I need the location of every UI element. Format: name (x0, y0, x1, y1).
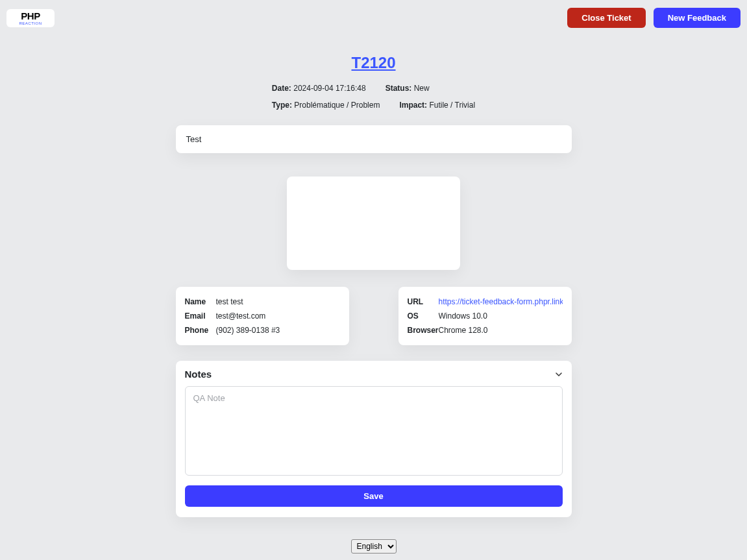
chevron-down-icon[interactable] (555, 371, 563, 378)
logo-subtext: REACTION (19, 21, 42, 25)
contact-phone: Phone (902) 389-0138 #3 (185, 323, 340, 337)
contact-card: Name test test Email test@test.com Phone… (176, 287, 349, 345)
tech-url: URL https://ticket-feedback-form.phpr.li… (408, 295, 563, 309)
meta-row-1: Date: 2024-09-04 17:16:48 Status: New (272, 84, 475, 93)
name-value: test test (216, 297, 243, 306)
header: PHP REACTION Close Ticket New Feedback (0, 0, 747, 36)
phone-value: (902) 389-0138 #3 (216, 326, 280, 335)
notes-header: Notes (185, 369, 563, 380)
tech-os: OS Windows 10.0 (408, 309, 563, 323)
impact-label: Impact: (399, 101, 427, 110)
meta-date: Date: 2024-09-04 17:16:48 (272, 84, 366, 93)
ticket-meta: Date: 2024-09-04 17:16:48 Status: New Ty… (272, 84, 475, 110)
notes-card: Notes Save (176, 361, 572, 517)
status-value: New (414, 84, 430, 93)
meta-status: Status: New (386, 84, 430, 93)
language-select[interactable]: English (351, 539, 397, 554)
close-ticket-button[interactable]: Close Ticket (567, 8, 645, 28)
type-value: Problématique / Problem (294, 101, 380, 110)
info-row: Name test test Email test@test.com Phone… (176, 287, 572, 345)
contact-name: Name test test (185, 295, 340, 309)
meta-row-2: Type: Problématique / Problem Impact: Fu… (272, 101, 475, 110)
email-value: test@test.com (216, 311, 266, 321)
url-label: URL (408, 297, 439, 306)
ticket-id-link[interactable]: T2120 (351, 54, 395, 72)
logo[interactable]: PHP REACTION (6, 9, 55, 27)
date-label: Date: (272, 84, 291, 93)
os-label: OS (408, 311, 439, 321)
tech-browser: Browser Chrome 128.0 (408, 323, 563, 337)
subject-text: Test (186, 134, 202, 144)
url-value[interactable]: https://ticket-feedback-form.phpr.link/e… (439, 297, 563, 306)
browser-value: Chrome 128.0 (439, 326, 488, 335)
logo-text: PHP (21, 11, 40, 21)
status-label: Status: (386, 84, 412, 93)
browser-label: Browser (408, 326, 439, 335)
meta-type: Type: Problématique / Problem (272, 101, 380, 110)
new-feedback-button[interactable]: New Feedback (654, 8, 741, 28)
notes-textarea[interactable] (185, 386, 563, 476)
main-content: T2120 Date: 2024-09-04 17:16:48 Status: … (0, 36, 747, 560)
meta-impact: Impact: Futile / Trivial (399, 101, 475, 110)
date-value: 2024-09-04 17:16:48 (293, 84, 365, 93)
header-buttons: Close Ticket New Feedback (567, 8, 741, 28)
type-label: Type: (272, 101, 292, 110)
email-label: Email (185, 311, 216, 321)
screenshot-card[interactable] (287, 177, 460, 270)
phone-label: Phone (185, 326, 216, 335)
contact-email: Email test@test.com (185, 309, 340, 323)
os-value: Windows 10.0 (439, 311, 487, 321)
tech-card: URL https://ticket-feedback-form.phpr.li… (398, 287, 572, 345)
footer: English Powered by PHPCreation Inc. (320, 539, 426, 560)
name-label: Name (185, 297, 216, 306)
impact-value: Futile / Trivial (429, 101, 475, 110)
subject-card: Test (176, 125, 572, 153)
notes-title: Notes (185, 369, 212, 380)
save-button[interactable]: Save (185, 485, 563, 507)
